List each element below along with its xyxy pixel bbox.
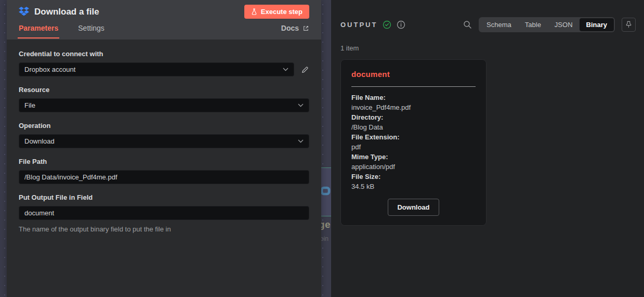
dropbox-icon: [19, 7, 29, 17]
file-path-label: File Path: [19, 158, 309, 165]
binary-property: File Name: invoice_Pdf4me.pdf: [351, 93, 476, 112]
resource-label: Resource: [19, 86, 309, 94]
output-view-tabs: Schema Table JSON Binary: [479, 17, 615, 32]
info-icon[interactable]: [397, 20, 405, 29]
success-check-icon: [383, 20, 391, 29]
binary-property: Directory: /Blog Data: [351, 112, 476, 132]
property-value: 34.5 kB: [351, 182, 476, 191]
binary-property: Mime Type: application/pdf: [351, 152, 476, 172]
docs-link[interactable]: Docs: [281, 24, 309, 38]
output-panel: OUTPUT Schema Table JSON Binary: [331, 0, 644, 297]
view-tab-table[interactable]: Table: [518, 18, 548, 31]
output-items-count: 1 item: [340, 44, 644, 52]
property-value: /Blog Data: [351, 122, 476, 132]
background-node-icon: [320, 185, 331, 197]
credential-value: Dropbox account: [24, 66, 75, 73]
binary-field-name: document: [351, 70, 476, 79]
output-header: OUTPUT Schema Table JSON Binary: [340, 17, 636, 32]
output-field-group: Put Output File in Field The name of the…: [19, 193, 309, 233]
property-label: Directory:: [351, 112, 476, 122]
output-field-hint: The name of the output binary field to p…: [19, 225, 309, 233]
operation-label: Operation: [19, 122, 309, 130]
credential-select[interactable]: Dropbox account: [19, 62, 294, 76]
view-tab-binary[interactable]: Binary: [580, 18, 614, 31]
execute-step-label: Execute step: [261, 8, 303, 16]
property-label: File Extension:: [351, 132, 476, 142]
node-details-panel: Download a file Execute step Parameters …: [7, 0, 321, 297]
chevron-down-icon: [283, 68, 288, 71]
node-header: Download a file Execute step Parameters …: [7, 0, 321, 40]
binary-property: File Size: 34.5 kB: [351, 172, 476, 191]
node-tabs: Parameters Settings Docs: [19, 18, 309, 38]
property-value: application/pdf: [351, 162, 476, 172]
resource-field-group: Resource File: [19, 86, 309, 112]
binary-data-card: document File Name: invoice_Pdf4me.pdf D…: [340, 59, 487, 226]
binary-property: File Extension: pdf: [351, 132, 476, 152]
chevron-down-icon: [298, 104, 304, 107]
view-tab-schema[interactable]: Schema: [480, 18, 518, 31]
background-node-subtitle-fragment: oin: [320, 235, 328, 242]
credential-field-group: Credential to connect with Dropbox accou…: [19, 50, 309, 76]
card-divider: [351, 86, 476, 87]
property-label: Mime Type:: [351, 152, 476, 162]
chevron-down-icon: [298, 139, 304, 143]
edit-credential-icon[interactable]: [301, 66, 309, 74]
node-parameters: Credential to connect with Dropbox accou…: [7, 40, 321, 233]
credential-label: Credential to connect with: [19, 50, 309, 58]
pin-icon: [625, 21, 632, 28]
property-value: invoice_Pdf4me.pdf: [351, 102, 476, 112]
operation-field-group: Operation Download: [19, 122, 309, 148]
operation-value: Download: [24, 137, 55, 145]
external-link-icon: [303, 25, 309, 32]
property-value: pdf: [351, 142, 476, 152]
flask-icon: [251, 8, 257, 15]
resource-select[interactable]: File: [19, 98, 309, 112]
download-binary-button[interactable]: Download: [388, 199, 439, 216]
docs-label: Docs: [281, 24, 299, 32]
view-tab-json[interactable]: JSON: [548, 18, 580, 31]
file-path-input[interactable]: [19, 170, 309, 184]
output-field-input[interactable]: [19, 206, 309, 220]
node-title: Download a file: [34, 7, 99, 17]
operation-select[interactable]: Download: [19, 134, 309, 148]
search-icon[interactable]: [463, 20, 472, 29]
file-path-field-group: File Path: [19, 158, 309, 184]
execute-step-button[interactable]: Execute step: [244, 5, 309, 19]
pin-data-button[interactable]: [622, 18, 636, 32]
tab-settings[interactable]: Settings: [78, 24, 104, 38]
property-label: File Size:: [351, 172, 476, 182]
property-label: File Name:: [351, 93, 476, 102]
resource-value: File: [24, 101, 35, 109]
tab-parameters[interactable]: Parameters: [19, 24, 58, 38]
output-field-label: Put Output File in Field: [19, 193, 309, 201]
output-title: OUTPUT: [340, 21, 377, 29]
